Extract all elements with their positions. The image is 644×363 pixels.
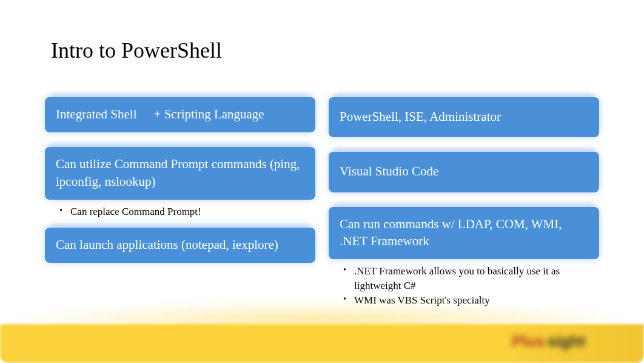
page-title: Intro to PowerShell xyxy=(51,38,222,63)
bullet-item: Can replace Command Prompt! xyxy=(59,205,315,219)
bullets-command-prompt: Can replace Command Prompt! xyxy=(59,205,315,219)
card-text-part2: + Scripting Language xyxy=(154,107,264,121)
left-column: Integrated Shell+ Scripting Language Can… xyxy=(45,97,315,308)
logo-part-dark: sight xyxy=(548,332,585,351)
content-columns: Integrated Shell+ Scripting Language Can… xyxy=(45,97,599,308)
card-integrated-shell: Integrated Shell+ Scripting Language xyxy=(45,97,315,132)
logo-part-red: Plus xyxy=(512,332,545,351)
bullets-frameworks: .NET Framework allows you to basically u… xyxy=(343,264,599,307)
footer-logo: Plus sight xyxy=(512,328,627,355)
card-text-part1: Integrated Shell xyxy=(56,107,137,121)
card-powershell-ise: PowerShell, ISE, Administrator xyxy=(329,97,599,137)
card-command-prompt: Can utilize Command Prompt commands (pin… xyxy=(45,147,315,200)
right-column: PowerShell, ISE, Administrator Visual St… xyxy=(329,97,599,308)
card-launch-apps: Can launch applications (notepad, iexplo… xyxy=(45,228,315,263)
card-ldap-com: Can run commands w/ LDAP, COM, WMI, .NET… xyxy=(329,207,599,260)
bullet-item: .NET Framework allows you to basically u… xyxy=(343,264,599,293)
card-vscode: Visual Studio Code xyxy=(329,152,599,192)
